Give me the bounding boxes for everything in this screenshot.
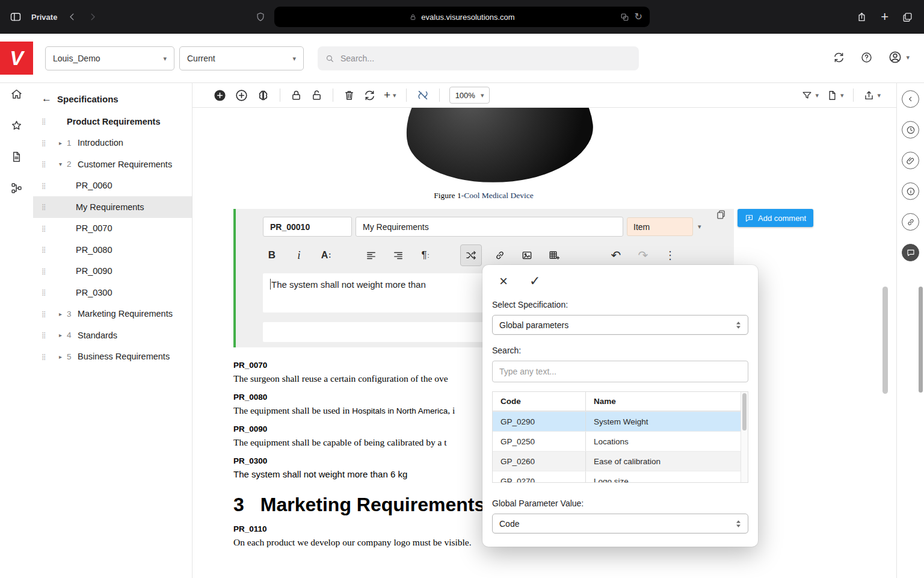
forward-icon[interactable] — [87, 11, 98, 22]
filter-menu-button[interactable]: ▾ — [801, 90, 819, 101]
visure-logo[interactable]: V — [0, 42, 33, 75]
drag-handle-icon[interactable]: ⣿ — [42, 118, 49, 125]
add-menu-button[interactable]: + ▾ — [384, 89, 396, 102]
drag-handle-icon[interactable]: ⣿ — [42, 140, 49, 146]
redo-icon[interactable]: ↷ — [634, 246, 652, 264]
link-panel-icon[interactable] — [902, 213, 919, 231]
sidebar-item-product-requirements[interactable]: ⣿ Product Requirements — [33, 111, 192, 132]
sidebar-item-marketing-requirements[interactable]: ⣿ ▸ 3 Marketing Requirements — [33, 303, 192, 325]
sidebar-item-pr-0090[interactable]: ⣿ PR_0090 — [33, 261, 192, 282]
copy-icon[interactable] — [715, 209, 727, 220]
close-icon[interactable]: × — [499, 274, 508, 288]
drag-handle-icon[interactable]: ⣿ — [42, 204, 49, 210]
document-icon[interactable] — [10, 151, 23, 163]
parameter-search-input[interactable] — [492, 361, 748, 382]
comments-panel-icon[interactable] — [902, 244, 919, 261]
sidebar-item-my-requirements[interactable]: ⣿ My Requirements — [33, 196, 192, 218]
requirement-code-field[interactable] — [263, 217, 352, 237]
sidebar-header[interactable]: ← Specifications — [33, 83, 192, 111]
sidebar-item-standards[interactable]: ⣿ ▸ 4 Standards — [33, 325, 192, 346]
font-button[interactable]: A — [317, 246, 335, 264]
align-left-icon[interactable] — [362, 246, 380, 264]
chevron-right-icon[interactable]: ▸ — [59, 140, 67, 146]
tabs-icon[interactable] — [902, 11, 913, 23]
global-search[interactable] — [318, 46, 639, 70]
bold-button[interactable]: B — [263, 246, 281, 264]
back-arrow-icon[interactable]: ← — [42, 93, 52, 105]
drag-handle-icon[interactable]: ⣿ — [42, 353, 49, 360]
sidebar-item-pr-0300[interactable]: ⣿ PR_0300 — [33, 282, 192, 303]
add-comment-button[interactable]: Add comment — [738, 209, 813, 227]
baseline-dropdown[interactable]: Current ▾ — [179, 46, 304, 70]
translate-icon[interactable] — [620, 13, 629, 22]
ai-icon[interactable] — [256, 89, 270, 102]
home-icon[interactable] — [10, 88, 23, 101]
table-scrollbar[interactable] — [741, 392, 748, 482]
info-icon[interactable] — [902, 182, 919, 200]
back-icon[interactable] — [67, 11, 78, 22]
share-icon[interactable] — [856, 11, 867, 23]
add-outline-icon[interactable] — [235, 89, 248, 102]
table-row[interactable]: GP_0290 System Weight — [493, 411, 748, 431]
drag-handle-icon[interactable]: ⣿ — [42, 311, 49, 317]
hierarchy-icon[interactable] — [10, 182, 23, 194]
star-icon[interactable] — [10, 119, 23, 132]
image-icon[interactable] — [518, 246, 536, 264]
history-icon[interactable] — [902, 121, 919, 138]
table-row[interactable]: GP_0250 Locations — [493, 431, 748, 451]
page-scrollbar[interactable] — [919, 287, 923, 393]
delete-icon[interactable] — [343, 89, 356, 102]
sidebar-item-business-requirements[interactable]: ⣿ ▸ 5 Business Requirements — [33, 346, 192, 368]
align-right-icon[interactable] — [389, 246, 407, 264]
document-scrollbar[interactable] — [882, 287, 888, 394]
table-row[interactable]: GP_0270 Logo size — [493, 471, 748, 483]
more-options-icon[interactable]: ⋮ — [661, 246, 679, 264]
project-dropdown[interactable]: Louis_Demo ▾ — [45, 46, 174, 70]
share-menu-button[interactable]: ▾ — [863, 90, 881, 101]
specification-select[interactable]: Global parameters — [492, 315, 748, 335]
sidebar-item-pr-0080[interactable]: ⣿ PR_0080 — [33, 239, 192, 261]
sidebar-item-customer-requirements[interactable]: ⣿ ▾ 2 Customer Requirements — [33, 154, 192, 175]
drag-handle-icon[interactable]: ⣿ — [42, 246, 49, 253]
chevron-right-icon[interactable]: ▸ — [59, 332, 67, 338]
chevron-down-icon[interactable]: ▾ — [59, 161, 67, 167]
attachment-icon[interactable] — [902, 152, 919, 169]
global-parameter-value-select[interactable]: Code — [492, 514, 748, 533]
requirement-type-dropdown[interactable]: Item ▾ — [627, 217, 701, 236]
shuffle-icon[interactable] — [460, 244, 482, 266]
user-menu[interactable]: ▾ — [888, 50, 910, 64]
requirement-name-field[interactable] — [356, 217, 623, 237]
undo-icon[interactable]: ↶ — [607, 246, 625, 264]
chevron-right-icon[interactable]: ▸ — [59, 311, 67, 317]
suspect-links-icon[interactable] — [416, 89, 430, 102]
search-input[interactable] — [340, 54, 632, 63]
drag-handle-icon[interactable]: ⣿ — [42, 225, 49, 232]
sidebar-item-pr-0070[interactable]: ⣿ PR_0070 — [33, 218, 192, 240]
shield-icon[interactable] — [255, 11, 266, 22]
italic-button[interactable]: i — [290, 246, 308, 264]
link-icon[interactable] — [491, 246, 509, 264]
table-row[interactable]: GP_0260 Ease of calibration — [493, 451, 748, 471]
url-bar[interactable]: evalus.visuresolutions.com ↻ — [274, 7, 650, 27]
insert-table-icon[interactable] — [545, 246, 563, 264]
drag-handle-icon[interactable]: ⣿ — [42, 182, 49, 189]
reload-icon[interactable]: ↻ — [635, 12, 642, 22]
paragraph-icon[interactable]: ¶ — [416, 246, 434, 264]
drag-handle-icon[interactable]: ⣿ — [42, 289, 49, 296]
sidebar-item-introduction[interactable]: ⣿ ▸ 1 Introduction — [33, 132, 192, 154]
refresh-icon[interactable] — [363, 89, 376, 102]
help-icon[interactable] — [860, 51, 873, 64]
unlock-icon[interactable] — [310, 89, 323, 102]
export-menu-button[interactable]: ▾ — [827, 90, 844, 101]
confirm-icon[interactable]: ✓ — [529, 275, 540, 288]
add-requirement-icon[interactable] — [213, 89, 227, 102]
zoom-select[interactable]: 100% ▾ — [449, 87, 490, 104]
sidebar-item-pr-0060[interactable]: ⣿ PR_0060 — [33, 175, 192, 197]
sync-icon[interactable] — [833, 51, 845, 64]
drag-handle-icon[interactable]: ⣿ — [42, 332, 49, 338]
drag-handle-icon[interactable]: ⣿ — [42, 161, 49, 167]
lock-icon[interactable] — [290, 89, 303, 102]
chevron-right-icon[interactable]: ▸ — [59, 353, 67, 360]
table-scrollbar-thumb[interactable] — [742, 393, 747, 430]
new-tab-icon[interactable]: + — [881, 10, 889, 23]
